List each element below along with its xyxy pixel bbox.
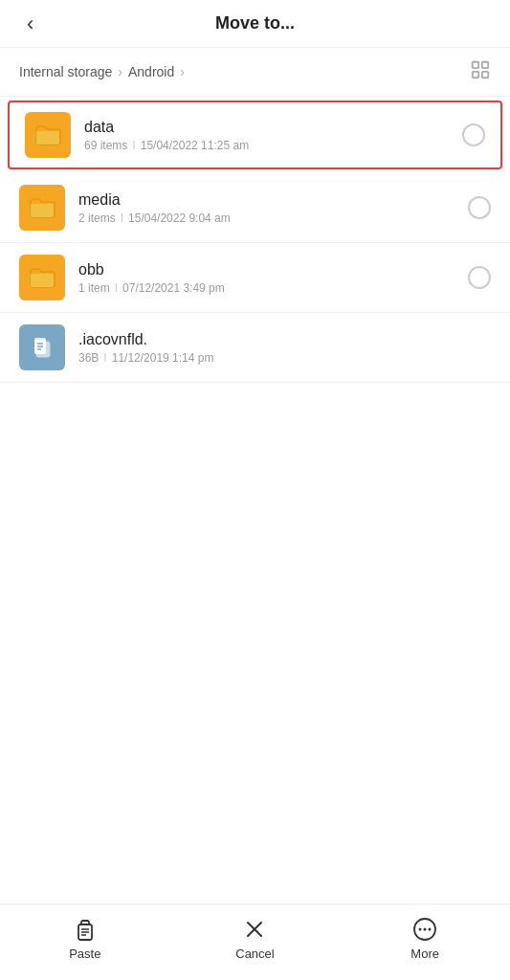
file-info-obb: obb 1 itemI07/12/2021 3:49 pm xyxy=(78,261,460,295)
svg-point-19 xyxy=(429,928,432,931)
file-name-media: media xyxy=(78,191,460,209)
breadcrumb: Internal storage › Android › xyxy=(0,48,510,97)
more-icon xyxy=(411,916,438,943)
svg-point-18 xyxy=(424,928,427,931)
paste-action[interactable]: Paste xyxy=(52,916,119,961)
radio-media[interactable] xyxy=(468,196,491,219)
svg-rect-3 xyxy=(482,72,488,78)
breadcrumb-sep-1: › xyxy=(118,64,122,79)
cancel-label: Cancel xyxy=(235,947,274,961)
grid-icon xyxy=(470,59,491,80)
breadcrumb-internal-storage[interactable]: Internal storage xyxy=(19,64,112,79)
svg-rect-0 xyxy=(473,62,478,68)
file-info-data: data 69 itemsI15/04/2022 11:25 am xyxy=(84,119,455,152)
breadcrumb-android[interactable]: Android xyxy=(128,64,174,79)
file-name-data: data xyxy=(84,119,455,136)
file-svg-iacovnfld xyxy=(27,332,57,363)
file-meta-iacovnfld: 36BI11/12/2019 1:14 pm xyxy=(78,351,491,365)
file-item-media[interactable]: media 2 itemsI15/04/2022 9:04 am xyxy=(0,173,510,243)
page-title: Move to... xyxy=(215,13,295,33)
radio-obb[interactable] xyxy=(468,266,491,289)
file-info-media: media 2 itemsI15/04/2022 9:04 am xyxy=(78,191,460,225)
file-meta-obb: 1 itemI07/12/2021 3:49 pm xyxy=(78,281,460,295)
folder-icon-data xyxy=(25,112,71,158)
svg-rect-2 xyxy=(473,72,478,78)
file-name-iacovnfld: .iacovnfld. xyxy=(78,331,491,348)
paste-icon xyxy=(72,916,99,943)
file-name-obb: obb xyxy=(78,261,460,278)
file-item-iacovnfld[interactable]: .iacovnfld. 36BI11/12/2019 1:14 pm xyxy=(0,313,510,383)
folder-svg-media xyxy=(27,192,57,223)
folder-icon-obb xyxy=(19,255,65,301)
grid-view-button[interactable] xyxy=(470,59,491,84)
cancel-icon xyxy=(241,916,268,943)
breadcrumb-sep-2: › xyxy=(180,64,185,79)
svg-rect-1 xyxy=(482,62,488,68)
bottom-bar: Paste Cancel More xyxy=(0,903,510,980)
file-icon-iacovnfld xyxy=(19,324,65,370)
folder-svg-obb xyxy=(27,262,57,293)
file-list: data 69 itemsI15/04/2022 11:25 am media … xyxy=(0,97,510,903)
header: ‹ Move to... xyxy=(0,0,510,48)
svg-point-17 xyxy=(419,928,422,931)
radio-data[interactable] xyxy=(462,123,485,146)
more-label: More xyxy=(410,947,439,961)
folder-icon-media xyxy=(19,185,65,231)
back-button[interactable]: ‹ xyxy=(19,8,41,40)
folder-svg-data xyxy=(33,120,63,150)
paste-label: Paste xyxy=(69,947,100,961)
cancel-action[interactable]: Cancel xyxy=(221,916,288,961)
file-meta-media: 2 itemsI15/04/2022 9:04 am xyxy=(78,212,460,225)
more-action[interactable]: More xyxy=(391,916,458,961)
file-item-obb[interactable]: obb 1 itemI07/12/2021 3:49 pm xyxy=(0,243,510,313)
file-meta-data: 69 itemsI15/04/2022 11:25 am xyxy=(84,139,455,152)
file-item-data[interactable]: data 69 itemsI15/04/2022 11:25 am xyxy=(8,100,502,169)
file-info-iacovnfld: .iacovnfld. 36BI11/12/2019 1:14 pm xyxy=(78,331,491,365)
